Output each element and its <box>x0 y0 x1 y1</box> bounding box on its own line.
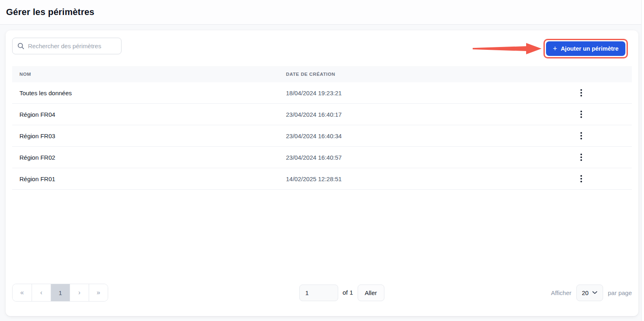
kebab-icon <box>580 111 582 118</box>
page-title: Gérer les périmètres <box>6 7 94 17</box>
perimeters-table: NOM DATE DE CRÉATION Toutes les données … <box>12 66 632 190</box>
page-size-value: 20 <box>582 289 589 296</box>
table-row: Région FR04 23/04/2024 16:40:17 <box>12 104 632 125</box>
current-page-button[interactable]: 1 <box>51 284 70 301</box>
perimeter-created-date: 23/04/2024 16:40:17 <box>286 111 531 118</box>
row-actions-button[interactable] <box>576 151 586 163</box>
row-actions-button[interactable] <box>576 173 586 185</box>
search-icon <box>17 43 24 49</box>
pager-group: « ‹ 1 › » <box>12 284 108 302</box>
chevron-down-icon <box>592 291 597 294</box>
per-page-label: par page <box>608 289 632 296</box>
prev-page-button[interactable]: ‹ <box>32 284 51 301</box>
table-row: Région FR01 14/02/2025 12:28:51 <box>12 168 632 190</box>
table-row: Toutes les données 18/04/2024 19:23:21 <box>12 82 632 104</box>
perimeter-created-date: 14/02/2025 12:28:51 <box>286 175 531 182</box>
perimeter-created-date: 23/04/2024 16:40:34 <box>286 133 531 139</box>
perimeter-created-date: 18/04/2024 19:23:21 <box>286 90 531 96</box>
search-input[interactable] <box>28 43 116 49</box>
plus-icon: + <box>553 45 557 52</box>
chevron-left-icon: ‹ <box>40 289 42 296</box>
kebab-icon <box>580 89 582 96</box>
perimeter-name: Région FR02 <box>12 154 286 161</box>
next-page-button[interactable]: › <box>70 284 89 301</box>
table-row: Région FR02 23/04/2024 16:40:57 <box>12 147 632 168</box>
perimeter-name: Région FR01 <box>12 175 286 182</box>
chevron-right-icon: › <box>78 289 80 296</box>
perimeters-card: + Ajouter un périmètre NOM DATE DE CRÉAT… <box>6 30 638 316</box>
kebab-icon <box>580 132 582 139</box>
annotation-highlight-box: + Ajouter un périmètre <box>544 39 628 58</box>
table-header-row: NOM DATE DE CRÉATION <box>12 66 632 82</box>
add-perimeter-button[interactable]: + Ajouter un périmètre <box>546 41 625 56</box>
last-page-button[interactable]: » <box>89 284 108 301</box>
double-chevron-left-icon: « <box>20 289 24 296</box>
kebab-icon <box>580 154 582 161</box>
toolbar: + Ajouter un périmètre <box>12 30 632 66</box>
column-header-created: DATE DE CRÉATION <box>286 72 531 77</box>
row-actions-button[interactable] <box>576 130 586 142</box>
add-button-label: Ajouter un périmètre <box>561 45 618 52</box>
table-row: Région FR03 23/04/2024 16:40:34 <box>12 125 632 147</box>
page-count-label: of 1 <box>343 289 353 296</box>
column-header-name: NOM <box>12 72 286 77</box>
page-size-label: Afficher <box>551 289 571 296</box>
perimeter-name: Région FR04 <box>12 111 286 118</box>
annotation-arrow-icon <box>473 42 542 56</box>
page-size-select[interactable]: 20 <box>576 285 603 301</box>
pagination-bar: « ‹ 1 › » of 1 Aller Afficher 20 <box>12 284 632 302</box>
first-page-button[interactable]: « <box>13 284 32 301</box>
perimeter-name: Toutes les données <box>12 90 286 96</box>
perimeter-created-date: 23/04/2024 16:40:57 <box>286 154 531 161</box>
page-size-group: Afficher 20 par page <box>551 285 632 301</box>
go-to-page-button[interactable]: Aller <box>358 285 384 301</box>
kebab-icon <box>580 175 582 182</box>
double-chevron-right-icon: » <box>97 289 100 296</box>
page-number-input[interactable] <box>299 285 338 301</box>
row-actions-button[interactable] <box>576 87 586 99</box>
page-header: Gérer les périmètres <box>0 0 644 25</box>
goto-page-group: of 1 Aller <box>299 285 384 301</box>
perimeter-name: Région FR03 <box>12 133 286 139</box>
current-page-number: 1 <box>59 289 62 296</box>
search-box[interactable] <box>12 38 122 54</box>
row-actions-button[interactable] <box>576 108 586 120</box>
add-perimeter-area: + Ajouter un périmètre <box>544 39 628 58</box>
scrollbar-track[interactable] <box>641 0 644 321</box>
